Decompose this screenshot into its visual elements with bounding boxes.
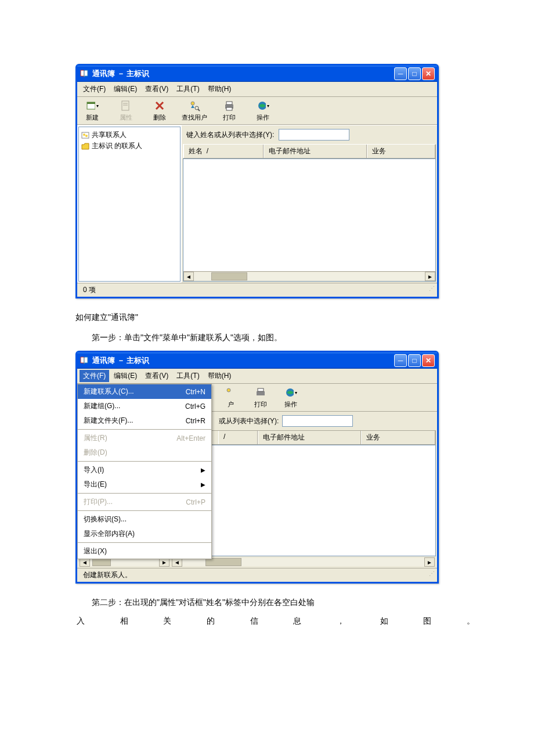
menu-edit[interactable]: 编辑(E) — [110, 370, 140, 382]
minimize-button[interactable]: ─ — [394, 67, 407, 80]
col-business[interactable]: 业务 — [367, 145, 435, 158]
step2-continued: 入相关的信息，如图。 — [75, 616, 476, 627]
print-button[interactable]: 打印 — [218, 99, 241, 122]
close-button[interactable]: ✕ — [422, 67, 435, 80]
properties-button: 属性 — [114, 99, 138, 122]
scroll-thumb[interactable] — [211, 272, 247, 280]
contact-list[interactable]: ◄ ► — [183, 159, 436, 282]
status-text: 0 项 — [81, 285, 98, 295]
tree-shared-contacts[interactable]: 共享联系人 — [80, 129, 179, 141]
scroll-right-icon[interactable]: ► — [425, 272, 435, 281]
search-input[interactable] — [282, 415, 353, 427]
list-header: 姓名 / 电子邮件地址 业务 — [183, 144, 436, 159]
col-sort[interactable]: / — [218, 431, 258, 444]
menu-file[interactable]: 文件(F) — [80, 83, 109, 95]
menu-new-contact[interactable]: 新建联系人(C)...Ctrl+N — [78, 384, 211, 399]
menu-tools[interactable]: 工具(T) — [173, 370, 203, 382]
action-icon: ▾ — [257, 99, 269, 112]
tree-main-contacts[interactable]: 主标识 的联系人 — [80, 141, 179, 152]
find-icon — [188, 99, 201, 112]
status-text: 创建新联系人。 — [81, 570, 134, 580]
properties-label: 属性 — [120, 113, 132, 122]
address-book-window-2: 通讯簿 － 主标识 ─ □ ✕ 文件(F) 编辑(E) 查看(V) 工具(T) … — [75, 351, 439, 584]
print-label: 打印 — [223, 113, 236, 122]
print-icon — [223, 99, 236, 112]
svg-rect-2 — [122, 101, 129, 110]
menubar: 文件(F) 编辑(E) 查看(V) 工具(T) 帮助(H) — [77, 369, 437, 384]
minimize-button[interactable]: ─ — [394, 354, 407, 367]
svg-rect-18 — [257, 391, 265, 395]
book-icon — [80, 69, 89, 78]
svg-rect-11 — [226, 102, 232, 105]
menu-exit[interactable]: 退出(X) — [78, 544, 211, 559]
toolbar: ▾ 新建 属性 删除 查找用户 打印 ▾ 操作 — [77, 97, 437, 125]
delete-label: 删除 — [153, 113, 166, 122]
scroll-left-icon[interactable]: ◄ — [183, 272, 194, 281]
scroll-right-icon[interactable]: ► — [424, 557, 435, 567]
action-label: 操作 — [257, 113, 269, 122]
menu-new-group[interactable]: 新建组(G)...Ctrl+G — [78, 399, 211, 413]
scroll-thumb[interactable] — [92, 558, 111, 566]
action-button[interactable]: ▾ 操作 — [251, 99, 275, 122]
tree-main-label: 主标识 的联系人 — [92, 141, 142, 151]
submenu-arrow-icon: ▶ — [201, 467, 205, 473]
menu-delete: 删除(D) — [78, 445, 211, 460]
tree-shared-label: 共享联系人 — [92, 130, 127, 140]
menu-import[interactable]: 导入(I)▶ — [78, 463, 211, 477]
svg-rect-19 — [258, 388, 264, 391]
menu-help[interactable]: 帮助(H) — [204, 83, 235, 95]
menu-help[interactable]: 帮助(H) — [204, 370, 235, 382]
svg-line-9 — [198, 109, 200, 111]
step1-text: 第一步：单击"文件"菜单中"新建联系人"选项，如图。 — [75, 330, 476, 345]
menu-switch-identity[interactable]: 切换标识(S)... — [78, 512, 211, 527]
folder-tree[interactable]: 共享联系人 主标识 的联系人 — [78, 127, 181, 282]
menu-tools[interactable]: 工具(T) — [173, 83, 203, 95]
menu-edit[interactable]: 编辑(E) — [110, 83, 140, 95]
maximize-button[interactable]: □ — [408, 354, 421, 367]
col-name[interactable]: 姓名 / — [183, 145, 264, 158]
col-business[interactable]: 业务 — [361, 431, 435, 444]
menu-show-all[interactable]: 显示全部内容(A) — [78, 527, 211, 541]
action-button[interactable]: ▾ 操作 — [279, 386, 302, 409]
find-button[interactable]: 查找用户 — [182, 99, 207, 122]
scroll-thumb[interactable] — [205, 558, 241, 566]
delete-icon — [153, 99, 166, 112]
search-label-partial: 或从列表中选择(Y): — [219, 416, 279, 426]
titlebar[interactable]: 通讯簿 － 主标识 ─ □ ✕ — [77, 66, 437, 82]
col-email[interactable]: 电子邮件地址 — [264, 145, 367, 158]
svg-point-17 — [227, 388, 230, 392]
statusbar: 0 项 ⋰ — [77, 283, 437, 297]
resize-grip-icon[interactable]: ⋰ — [429, 285, 434, 295]
find-button-partial[interactable]: 户 — [219, 386, 242, 409]
menu-new-folder[interactable]: 新建文件夹(F)...Ctrl+R — [78, 413, 211, 428]
print-button[interactable]: 打印 — [249, 386, 272, 409]
search-label: 键入姓名或从列表中选择(Y): — [186, 130, 274, 140]
heading-text: 如何建立"通讯簿" — [75, 310, 476, 325]
print-icon — [254, 386, 267, 399]
properties-icon — [120, 99, 132, 112]
titlebar[interactable]: 通讯簿 － 主标识 ─ □ ✕ — [77, 352, 437, 369]
menu-view[interactable]: 查看(V) — [142, 370, 172, 382]
col-email[interactable]: 电子邮件地址 — [258, 431, 361, 444]
menu-export[interactable]: 导出(E)▶ — [78, 477, 211, 492]
new-button[interactable]: ▾ 新建 — [81, 99, 104, 122]
svg-rect-14 — [82, 132, 89, 138]
svg-point-15 — [83, 134, 85, 136]
delete-button[interactable]: 删除 — [148, 99, 171, 122]
search-input[interactable] — [279, 129, 349, 141]
svg-rect-1 — [87, 102, 95, 104]
menu-file[interactable]: 文件(F) — [80, 370, 109, 382]
step2-text: 第二步：在出现的"属性"对话框"姓名"标签中分别在各空白处输 — [75, 595, 476, 610]
menu-view[interactable]: 查看(V) — [142, 83, 172, 95]
file-menu-dropdown: 新建联系人(C)...Ctrl+N 新建组(G)...Ctrl+G 新建文件夹(… — [77, 384, 212, 559]
resize-grip-icon[interactable]: ⋰ — [429, 570, 434, 580]
horizontal-scrollbar[interactable]: ◄ ► — [183, 271, 435, 281]
maximize-button[interactable]: □ — [408, 67, 421, 80]
folder-icon — [81, 142, 89, 150]
find-icon — [224, 386, 237, 399]
address-book-window-1: 通讯簿 － 主标识 ─ □ ✕ 文件(F) 编辑(E) 查看(V) 工具(T) … — [75, 64, 439, 298]
menu-properties: 属性(R)Alt+Enter — [78, 431, 211, 445]
menu-print: 打印(P)...Ctrl+P — [78, 495, 211, 509]
book-icon — [80, 356, 89, 365]
close-button[interactable]: ✕ — [422, 354, 435, 367]
